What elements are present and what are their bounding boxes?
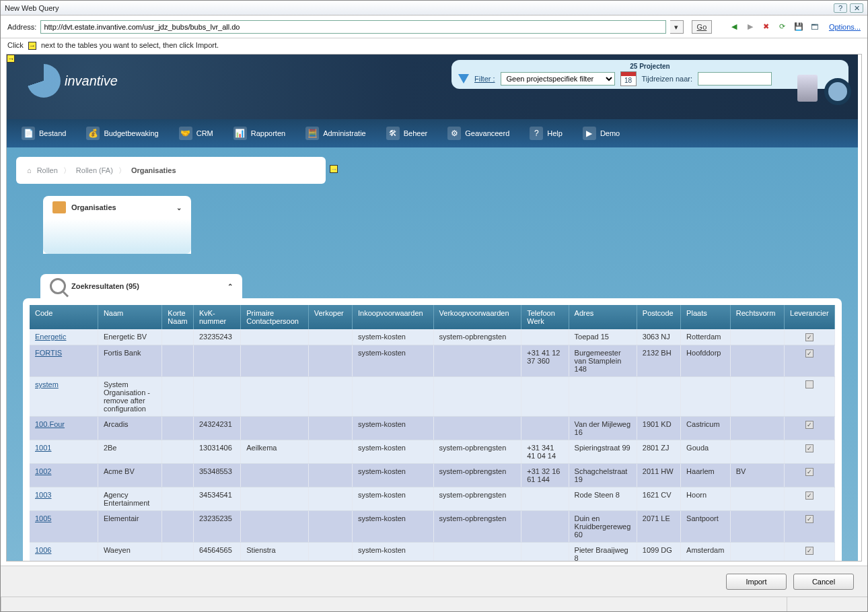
funnel-icon <box>458 74 469 83</box>
web-content-frame[interactable]: → invantive 25 Projecten Filter : Geen p… <box>6 54 862 562</box>
col-header[interactable]: Rechtsvorm <box>730 305 784 329</box>
table-row[interactable]: EnergeticEnergetic BV23235243system-kost… <box>30 329 835 345</box>
code-link[interactable]: 1003 <box>35 491 51 499</box>
cancel-button[interactable]: Cancel <box>793 574 854 590</box>
filter-link[interactable]: Filter : <box>474 75 495 83</box>
server-sync-icon <box>797 75 851 115</box>
chevron-down-icon[interactable]: ⌄ <box>176 204 182 211</box>
select-table-marker[interactable]: → <box>7 55 15 63</box>
col-header[interactable]: Plaats <box>681 305 731 329</box>
save-icon[interactable]: 💾 <box>793 21 805 33</box>
filter-select[interactable]: Geen projectspecifiek filter <box>501 72 615 86</box>
refresh-icon[interactable]: ⟳ <box>776 21 789 33</box>
go-button[interactable]: Go <box>692 20 712 34</box>
col-header[interactable]: Primaire Contactpersoon <box>241 305 308 329</box>
table-row[interactable]: 1005Elementair23235235system-kostensyste… <box>30 511 835 543</box>
logo-swirl-icon <box>27 64 61 98</box>
col-header[interactable]: Telefoon Werk <box>521 305 569 329</box>
leverancier-checkbox[interactable]: ✓ <box>805 547 813 555</box>
col-header[interactable]: Code <box>30 305 98 329</box>
breadcrumb-level1[interactable]: Rollen <box>37 166 58 174</box>
col-header[interactable]: Verkoper <box>308 305 352 329</box>
code-link[interactable]: Energetic <box>35 333 66 341</box>
forward-icon[interactable]: ▶ <box>744 21 756 33</box>
results-tab: Zoekresultaten (95) ⌃ <box>40 274 242 298</box>
brand-name: invantive <box>65 73 118 89</box>
menu-help[interactable]: ?Help <box>520 123 572 144</box>
chevron-up-icon[interactable]: ⌃ <box>227 283 233 290</box>
breadcrumb-current: Organisaties <box>131 166 176 174</box>
code-link[interactable]: 1005 <box>35 514 51 522</box>
leverancier-checkbox[interactable]: ✓ <box>805 468 813 476</box>
close-icon[interactable]: ✕ <box>850 3 863 13</box>
col-header[interactable]: Inkoopvoorwaarden <box>353 305 434 329</box>
tijdreizen-input[interactable] <box>698 72 772 86</box>
app-header: invantive 25 Projecten Filter : Geen pro… <box>7 55 858 119</box>
breadcrumb-level2[interactable]: Rollen (FA) <box>76 166 113 174</box>
table-row[interactable]: 100.FourArcadis24324231system-kostenVan … <box>30 417 835 440</box>
menu-rapporten[interactable]: 📊Rapporten <box>224 123 295 144</box>
building-icon <box>52 201 66 213</box>
col-header[interactable]: KvK-nummer <box>193 305 240 329</box>
stop-icon[interactable]: ✖ <box>760 21 772 33</box>
code-link[interactable]: 1002 <box>35 467 51 475</box>
table-row[interactable]: 1006Waeyen64564565Stienstrasystem-kosten… <box>30 543 835 562</box>
col-header[interactable]: Naam <box>98 305 161 329</box>
col-header[interactable]: Adres <box>569 305 637 329</box>
select-table-marker-breadcrumb[interactable]: → <box>330 165 338 173</box>
main-menu: 📄Bestand💰Budgetbewaking🤝CRM📊Rapporten🧮Ad… <box>7 119 858 147</box>
col-header[interactable]: Postcode <box>637 305 680 329</box>
table-row[interactable]: 10012Be13031406Aeilkemasystem-kostensyst… <box>30 440 835 464</box>
workarea: ⌂ Rollen 〉 Rollen (FA) 〉 Organisaties → … <box>7 147 858 562</box>
import-button[interactable]: Import <box>726 574 787 590</box>
menu-administratie[interactable]: 🧮Administratie <box>296 123 375 144</box>
results-grid: CodeNaamKorte NaamKvK-nummerPrimaire Con… <box>23 298 842 562</box>
code-link[interactable]: system <box>35 380 59 388</box>
table-row[interactable]: 1003Agency Entertainment34534541system-k… <box>30 487 835 511</box>
address-label: Address: <box>7 23 36 31</box>
leverancier-checkbox[interactable] <box>805 380 813 388</box>
col-header[interactable]: Verkoopvoorwaarden <box>433 305 521 329</box>
dialog-footer: Import Cancel <box>1 566 867 597</box>
leverancier-checkbox[interactable]: ✓ <box>805 349 813 358</box>
new-web-query-dialog: New Web Query ? ✕ Address: ▾ Go ◀ ▶ ✖ ⟳ … <box>0 0 868 612</box>
menu-beheer[interactable]: 🛠Beheer <box>377 123 437 144</box>
table-row[interactable]: 1002Acme BV35348553system-kostensystem-o… <box>30 464 835 487</box>
leverancier-checkbox[interactable]: ✓ <box>805 421 813 429</box>
address-dropdown-icon[interactable]: ▾ <box>670 20 684 34</box>
rapporten-icon: 📊 <box>233 127 247 140</box>
back-icon[interactable]: ◀ <box>728 21 740 33</box>
options-icon[interactable]: 🗔 <box>809 21 821 33</box>
crm-icon: 🤝 <box>179 127 192 140</box>
col-header[interactable]: Korte Naam <box>162 305 194 329</box>
geavanceerd-icon: ⚙ <box>447 127 461 140</box>
menu-crm[interactable]: 🤝CRM <box>170 123 223 144</box>
help-icon: ? <box>530 127 543 140</box>
leverancier-checkbox[interactable]: ✓ <box>805 333 813 341</box>
menu-geavanceerd[interactable]: ⚙Geavanceerd <box>438 123 519 144</box>
home-icon[interactable]: ⌂ <box>27 166 32 174</box>
status-bar <box>1 597 867 611</box>
leverancier-checkbox[interactable]: ✓ <box>805 444 813 452</box>
menu-bestand[interactable]: 📄Bestand <box>12 123 75 144</box>
calendar-icon[interactable]: 18 <box>620 71 637 86</box>
table-row[interactable]: systemSystem Organisation - remove after… <box>30 377 835 417</box>
brand-logo: invantive <box>27 64 118 98</box>
options-link[interactable]: Options... <box>829 23 861 31</box>
leverancier-checkbox[interactable]: ✓ <box>805 491 813 500</box>
code-link[interactable]: FORTIS <box>35 349 62 357</box>
menu-budgetbewaking[interactable]: 💰Budgetbewaking <box>77 123 168 144</box>
col-header[interactable]: Leverancier <box>785 305 835 329</box>
table-row[interactable]: FORTISFortis Banksystem-kosten+31 41 12 … <box>30 345 835 377</box>
project-count: 25 Projecten <box>458 63 842 70</box>
code-link[interactable]: 1001 <box>35 444 51 452</box>
address-input[interactable] <box>40 20 666 34</box>
code-link[interactable]: 100.Four <box>35 420 65 428</box>
code-link[interactable]: 1006 <box>35 546 51 554</box>
organisaties-table: CodeNaamKorte NaamKvK-nummerPrimaire Con… <box>30 305 835 562</box>
help-icon[interactable]: ? <box>834 3 847 13</box>
window-title: New Web Query <box>5 4 59 12</box>
instruction-text: Click → next to the tables you want to s… <box>1 38 867 54</box>
leverancier-checkbox[interactable]: ✓ <box>805 515 813 523</box>
menu-demo[interactable]: ▶Demo <box>573 123 629 144</box>
